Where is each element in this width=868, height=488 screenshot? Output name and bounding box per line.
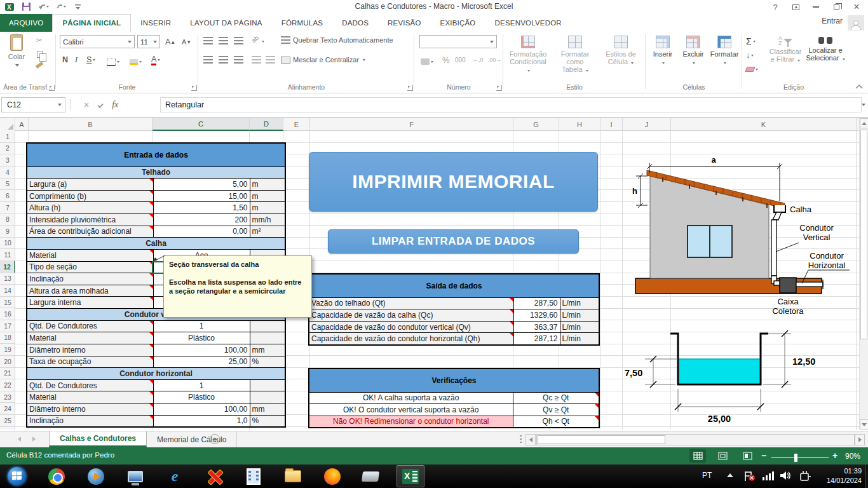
autosum-button[interactable]: Σ — [743, 34, 758, 48]
language-indicator[interactable]: PT — [702, 471, 712, 480]
tray-expand-icon[interactable] — [727, 473, 733, 477]
input-value[interactable]: 100,00 — [153, 403, 250, 416]
input-value[interactable]: 1 — [153, 320, 250, 332]
row-header-4[interactable]: 4 — [0, 166, 15, 179]
page-layout-view-button[interactable] — [714, 449, 731, 463]
column-header-F[interactable]: F — [310, 118, 513, 131]
row-header-7[interactable]: 7 — [0, 202, 15, 214]
row-header-18[interactable]: 18 — [0, 332, 15, 344]
zoom-level[interactable]: 90% — [845, 452, 860, 461]
ribbon-tab-layout-da-pagina[interactable]: LAYOUT DA PÁGINA — [180, 14, 271, 32]
input-value[interactable]: 5,00 — [153, 179, 250, 191]
percent-style-button[interactable]: % — [440, 53, 452, 67]
column-header-E[interactable]: E — [283, 118, 310, 131]
font-color-button[interactable]: A — [149, 53, 163, 67]
find-select-button[interactable]: Localizar eSelecionar — [806, 36, 845, 62]
cut-icon[interactable]: ✂ — [36, 36, 43, 45]
fill-color-button[interactable] — [127, 55, 144, 69]
volume-icon[interactable] — [780, 471, 792, 480]
input-value[interactable]: 0,00 — [153, 226, 250, 238]
row-header-14[interactable]: 14 — [0, 285, 15, 297]
hscroll-right-button[interactable] — [855, 434, 865, 445]
ribbon-tab-inserir[interactable]: INSERIR — [131, 14, 180, 32]
network-signal-icon[interactable] — [763, 471, 774, 480]
ribbon-tab-desenvolvedor[interactable]: DESENVOLVEDOR — [485, 14, 571, 32]
input-value[interactable]: 25,00 — [153, 356, 250, 368]
orientation-icon[interactable]: ab — [250, 34, 261, 44]
power-plug-icon[interactable] — [799, 471, 811, 481]
zoom-slider-track[interactable] — [771, 458, 829, 458]
delete-cells-button[interactable]: Excluir — [679, 36, 708, 65]
align-top-icon[interactable] — [203, 37, 213, 44]
input-value[interactable]: 1,50 — [153, 202, 250, 214]
column-header-H[interactable]: H — [559, 118, 600, 131]
collapse-ribbon-icon[interactable] — [855, 85, 863, 89]
ribbon-tab-formulas[interactable]: FÓRMULAS — [272, 14, 333, 32]
italic-button[interactable]: I — [72, 53, 80, 67]
decrease-indent-icon[interactable] — [252, 56, 261, 64]
new-sheet-button[interactable]: + — [210, 434, 220, 444]
ribbon-tab-arquivo[interactable]: ARQUIVO — [0, 14, 52, 32]
action-center-flag-icon[interactable] — [743, 471, 756, 482]
row-header-5[interactable]: 5 — [0, 179, 15, 191]
accounting-format-button[interactable] — [418, 55, 436, 69]
paste-button[interactable]: Colar — [3, 34, 31, 68]
column-header-I[interactable]: I — [600, 118, 623, 131]
ribbon-tab-dados[interactable]: DADOS — [332, 14, 378, 32]
movie-maker-icon[interactable] — [239, 466, 268, 486]
sheet-tab-memorial-de-calculo[interactable]: Memorial de Cálculo — [147, 431, 237, 447]
input-value[interactable]: 1 — [153, 379, 250, 391]
row-header-6[interactable]: 6 — [0, 190, 15, 202]
limpar-entrada-button[interactable]: LIMPAR ENTRADA DE DADOS — [328, 229, 579, 254]
align-left-icon[interactable] — [203, 56, 213, 64]
format-painter-icon[interactable] — [36, 62, 44, 69]
normal-view-button[interactable] — [689, 449, 706, 463]
borders-button[interactable] — [104, 55, 122, 69]
comma-style-button[interactable]: 000 — [452, 53, 468, 67]
number-dialog-launcher[interactable] — [496, 85, 502, 91]
vertical-scrollbar[interactable] — [859, 118, 868, 430]
file-explorer-icon[interactable] — [278, 466, 308, 486]
row-header-26[interactable]: 26 — [0, 427, 15, 430]
firefox-icon[interactable] — [318, 466, 347, 486]
row-header-12[interactable]: 12 — [0, 261, 15, 273]
x-app-icon[interactable] — [200, 466, 229, 486]
ribbon-tab-revisao[interactable]: REVISÃO — [378, 14, 431, 32]
name-box[interactable]: C12 — [1, 97, 65, 112]
column-header-B[interactable]: B — [29, 118, 153, 131]
input-value[interactable]: 100,00 — [153, 344, 250, 356]
row-header-11[interactable]: 11 — [0, 249, 15, 261]
align-bottom-icon[interactable] — [234, 37, 243, 44]
clock[interactable]: 01:39 14/01/2024 — [827, 466, 862, 485]
row-header-16[interactable]: 16 — [0, 308, 15, 320]
font-dialog-launcher[interactable] — [191, 85, 197, 91]
align-middle-icon[interactable] — [219, 37, 228, 44]
column-header-J[interactable]: J — [623, 118, 671, 131]
hscroll-left-button[interactable] — [526, 434, 536, 445]
input-value[interactable]: Plástico — [153, 391, 250, 403]
row-header-23[interactable]: 23 — [0, 391, 15, 403]
format-as-table-button[interactable]: Formatar comoTabela — [553, 36, 597, 73]
underline-button[interactable]: S — [84, 53, 98, 67]
scroll-down-button[interactable] — [860, 419, 868, 430]
row-header-13[interactable]: 13 — [0, 273, 15, 285]
shrink-font-button[interactable]: A▼ — [179, 35, 194, 49]
select-all-corner[interactable] — [0, 118, 15, 131]
alignment-dialog-launcher[interactable] — [407, 85, 413, 91]
increase-decimal-button[interactable]: ←,0 — [470, 53, 486, 67]
row-header-19[interactable]: 19 — [0, 344, 15, 356]
cell-styles-button[interactable]: Estilos deCélula — [600, 36, 642, 65]
enter-icon[interactable] — [98, 102, 104, 107]
increase-indent-icon[interactable] — [266, 56, 275, 64]
merge-center-button[interactable]: Mesclar e Centralizar — [281, 56, 365, 64]
conditional-formatting-button[interactable]: FormataçãoCondicional — [507, 36, 549, 73]
row-header-25[interactable]: 25 — [0, 415, 15, 427]
row-header-15[interactable]: 15 — [0, 297, 15, 309]
row-header-20[interactable]: 20 — [0, 356, 15, 368]
media-player-icon[interactable] — [81, 466, 111, 486]
row-header-2[interactable]: 2 — [0, 143, 15, 155]
align-center-icon[interactable] — [219, 56, 228, 64]
sign-in-link[interactable]: Entrar — [822, 17, 843, 25]
horizontal-scroll-thumb[interactable] — [538, 435, 665, 444]
imprimir-memorial-button[interactable]: IMPRIMIR MEMORIAL — [309, 152, 598, 212]
